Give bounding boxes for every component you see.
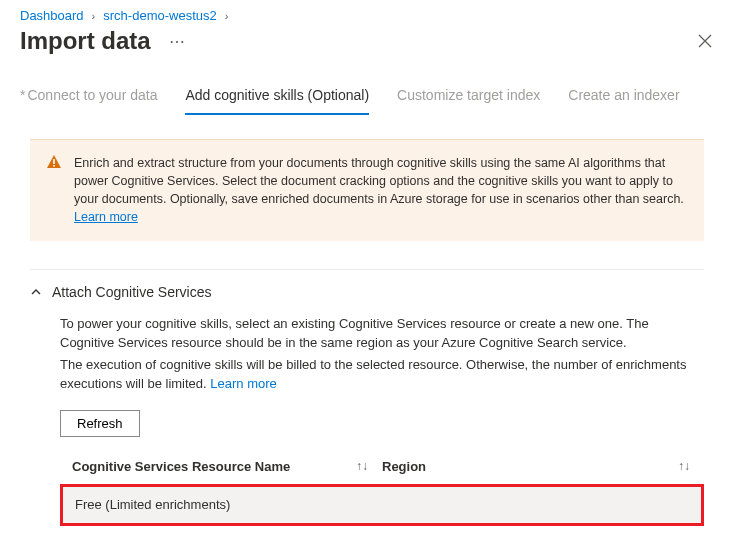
info-text: Enrich and extract structure from your d…: [74, 154, 686, 227]
refresh-button[interactable]: Refresh: [60, 410, 140, 437]
breadcrumb-service[interactable]: srch-demo-westus2: [103, 8, 216, 23]
section-desc-2: The execution of cognitive skills will b…: [60, 355, 704, 394]
column-header-region[interactable]: Region: [382, 457, 426, 477]
section-toggle[interactable]: Attach Cognitive Services: [30, 284, 704, 300]
table-row-selected[interactable]: Free (Limited enrichments): [60, 484, 704, 526]
attach-cognitive-section: Attach Cognitive Services To power your …: [30, 269, 704, 541]
learn-more-link-2[interactable]: Learn more: [210, 376, 276, 391]
svg-rect-1: [53, 165, 55, 167]
create-resource-link[interactable]: Create new Cognitive Services resource: [72, 536, 304, 541]
warning-icon: [46, 154, 62, 227]
section-title: Attach Cognitive Services: [52, 284, 212, 300]
learn-more-link[interactable]: Learn more: [74, 210, 138, 224]
close-icon[interactable]: [696, 28, 714, 54]
sort-icon[interactable]: ↑↓: [356, 457, 368, 475]
wizard-tabs: *Connect to your data Add cognitive skil…: [0, 67, 734, 115]
tab-customize-index[interactable]: Customize target index: [397, 87, 540, 115]
more-actions-icon[interactable]: ⋯: [169, 32, 185, 51]
svg-rect-0: [53, 159, 55, 164]
breadcrumb-dashboard[interactable]: Dashboard: [20, 8, 84, 23]
cell-resource-name: Free (Limited enrichments): [75, 495, 385, 515]
info-banner: Enrich and extract structure from your d…: [30, 139, 704, 241]
page-title: Import data: [20, 27, 151, 55]
chevron-up-icon: [30, 286, 42, 298]
column-header-name[interactable]: Cognitive Services Resource Name: [72, 457, 290, 477]
breadcrumb: Dashboard › srch-demo-westus2 ›: [0, 0, 734, 27]
tab-add-cognitive-skills[interactable]: Add cognitive skills (Optional): [185, 87, 369, 115]
tab-create-indexer[interactable]: Create an indexer: [568, 87, 679, 115]
resource-table: Cognitive Services Resource Name ↑↓ Regi…: [60, 451, 704, 541]
tab-connect-data[interactable]: *Connect to your data: [20, 87, 157, 115]
chevron-right-icon: ›: [225, 10, 229, 22]
sort-icon[interactable]: ↑↓: [678, 457, 690, 475]
chevron-right-icon: ›: [92, 10, 96, 22]
section-desc-1: To power your cognitive skills, select a…: [60, 314, 704, 353]
